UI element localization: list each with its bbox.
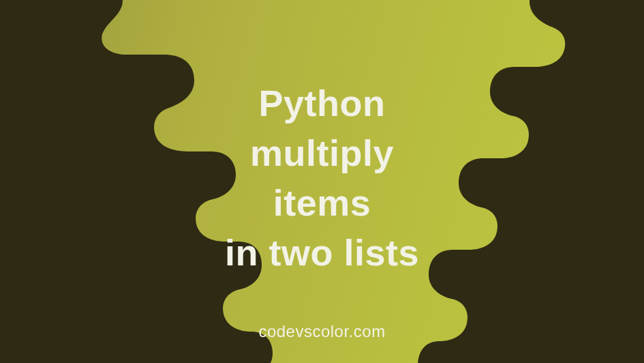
banner-title: Python multiply items in two lists — [0, 78, 644, 278]
watermark-text: codevscolor.com — [0, 322, 644, 341]
title-line-3: items — [0, 178, 644, 228]
title-line-2: multiply — [0, 128, 644, 178]
title-line-4: in two lists — [0, 228, 644, 278]
title-line-1: Python — [0, 78, 644, 128]
banner-canvas: Python multiply items in two lists codev… — [0, 0, 644, 363]
